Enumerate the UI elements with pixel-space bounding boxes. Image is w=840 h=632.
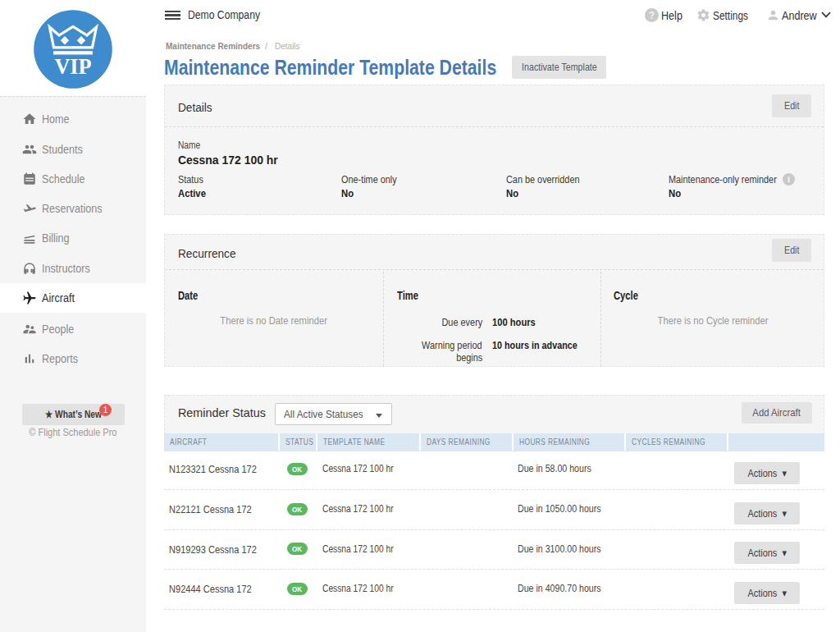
svg-text:?: ? [649, 10, 655, 21]
svg-text:VIP: VIP [55, 54, 92, 79]
